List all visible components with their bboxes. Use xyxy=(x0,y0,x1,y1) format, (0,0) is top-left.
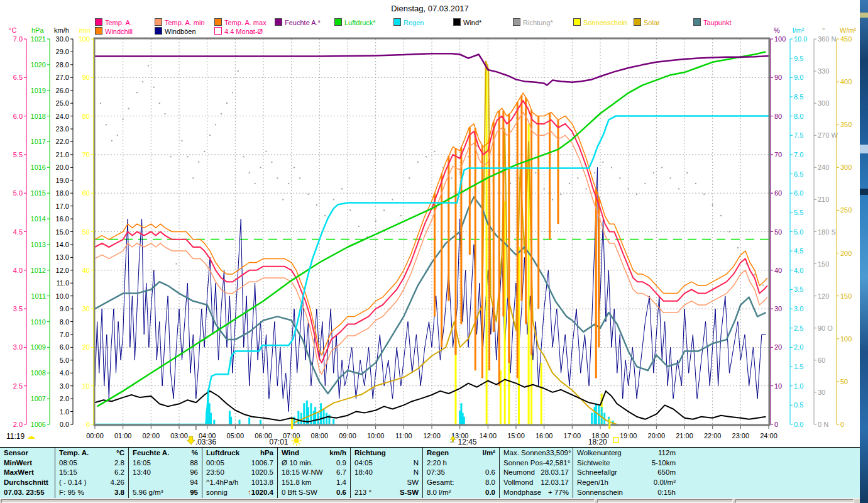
cell-value: 1013.8 xyxy=(251,478,273,486)
dot-richtung xyxy=(409,177,410,179)
cell-value: 88 xyxy=(190,459,198,467)
legend-item-solar[interactable]: Solar xyxy=(634,18,660,26)
extra-row: Wolkenunterg112m xyxy=(573,448,679,458)
cell-value: % xyxy=(192,449,198,456)
weather-chart: 2.02.53.03.54.04.55.05.56.06.57.0°C10061… xyxy=(0,0,860,448)
axis-tick-label: 1009 xyxy=(31,343,46,351)
axis-tick-label: 0.5 xyxy=(794,401,803,409)
data-row: 00:051006.7 xyxy=(202,458,277,468)
dot-richtung xyxy=(316,204,317,206)
dot-richtung xyxy=(159,102,160,104)
dot-richtung xyxy=(288,183,289,184)
dot-richtung xyxy=(294,167,295,168)
axis-tick-label: 2.5 xyxy=(794,324,803,332)
legend-item-temp-a-[interactable]: Temp. A. xyxy=(95,18,132,26)
legend-item-richtung-[interactable]: Richtung* xyxy=(513,18,553,26)
axis-tick-label: 6.5 xyxy=(13,74,23,81)
legend-item-luftdruck-[interactable]: Luftdruck* xyxy=(334,18,376,26)
axis-tick-label: 7.0 xyxy=(60,331,69,338)
legend-item-windchill[interactable]: Windchill xyxy=(95,27,133,35)
axis-tick-label: 4.0 xyxy=(13,267,23,274)
axis-tick-label: 50 xyxy=(840,378,848,385)
axis-header: km/h xyxy=(54,26,69,34)
cell-label: Temp. A. xyxy=(59,449,89,456)
cell-label: ^1.4hPa/h xyxy=(206,478,238,486)
legend-swatch xyxy=(634,18,641,26)
axis-tick-label: 2.5 xyxy=(13,382,23,390)
legend-label: Sonnenschein xyxy=(583,19,627,26)
row-header: 07.03. 23:55 xyxy=(0,487,55,497)
dot-richtung xyxy=(260,167,261,168)
legend-item-temp-a-max[interactable]: Temp. A. max xyxy=(214,18,266,26)
axis-tick-label: 21.0 xyxy=(56,151,69,158)
dot-richtung xyxy=(226,102,228,104)
cell-label: MaxWert xyxy=(4,468,34,476)
axis-tick-label: 70 xyxy=(82,151,90,158)
dot-richtung xyxy=(653,172,654,174)
dot-richtung xyxy=(198,162,199,163)
cell-label: 08:05 xyxy=(59,459,77,467)
legend-item-feuchte-a-[interactable]: Feuchte A.* xyxy=(275,18,321,26)
cell-value: 0:15h xyxy=(657,489,676,496)
status-bar xyxy=(0,498,860,503)
cell-value: -42,581° xyxy=(543,459,571,467)
data-row: Gesamt:8.0 xyxy=(423,477,499,487)
legend-item-wind-[interactable]: Wind* xyxy=(453,18,481,26)
axis-tick-label: 13.0 xyxy=(56,253,69,261)
axis-tick-label: 180 S xyxy=(818,228,836,236)
cell-label: 0 Bft S-SW xyxy=(282,489,317,496)
axis-tick-label: 17.0 xyxy=(56,202,69,210)
axis-tick-label: 7.0 xyxy=(794,151,803,158)
axis-tick-label: 8.0 xyxy=(60,318,69,326)
dot-richtung xyxy=(560,194,561,195)
cell-label: 15:15 xyxy=(59,468,77,476)
axis-tick-label: 1.0 xyxy=(60,408,69,416)
legend-item-windb-en[interactable]: Windböen xyxy=(155,27,196,35)
cell-label: Max. Sonnen xyxy=(503,449,546,456)
axis-tick-label: 19.0 xyxy=(56,177,69,184)
axis-tick-label: 3.0 xyxy=(13,343,23,351)
data-row: 16:0588 xyxy=(129,458,202,468)
data-row: F: 95 %3.8 xyxy=(55,487,128,497)
x-axis-label: 12:00 xyxy=(423,432,441,439)
extra-row: Schneefallgr650m xyxy=(573,468,679,478)
x-axis-label: 17:00 xyxy=(564,432,581,439)
dot-richtung xyxy=(383,209,385,211)
table-col-feuchte-a-: Feuchte A.%16:058813:4096945.96 g/m³95 xyxy=(128,448,202,498)
axis-tick-label: 60 xyxy=(774,189,782,197)
legend-item-taupunkt[interactable]: Taupunkt xyxy=(693,18,732,26)
dot-richtung xyxy=(535,172,536,174)
dot-richtung xyxy=(106,124,107,125)
cell-value: 94 xyxy=(190,478,198,486)
dot-richtung xyxy=(476,145,477,146)
data-row: 04:05N xyxy=(351,458,422,468)
dot-richtung xyxy=(148,65,149,67)
x-axis-label: 03:00 xyxy=(170,432,188,439)
axis-header: min xyxy=(79,26,91,34)
series-line-taupunkt xyxy=(95,197,766,394)
cell-value: N xyxy=(414,459,419,467)
axis-header: °C xyxy=(9,26,16,34)
legend-label: Taupunkt xyxy=(703,19,732,26)
legend-label: Solar xyxy=(644,19,660,26)
legend-item-regen[interactable]: Regen xyxy=(393,18,424,26)
legend-item-4-4-monat-[interactable]: 4.4 Monat-Ø xyxy=(214,27,263,35)
x-axis-label: 14:00 xyxy=(480,432,497,439)
moon-time-label: 11:19 xyxy=(6,432,25,441)
legend-item-temp-a-min[interactable]: Temp. A. min xyxy=(155,18,205,26)
axis-tick-label: 100 xyxy=(774,35,786,43)
axis-tick-label: 1011 xyxy=(31,292,46,300)
x-axis-label: 16:00 xyxy=(536,432,553,439)
cell-label: Neumond xyxy=(503,468,535,476)
axis-minax xyxy=(91,39,94,424)
cell-value: 5-10km xyxy=(652,459,676,467)
axis-tick-label: 1007 xyxy=(31,395,46,402)
axis-tick-label: 8.0 xyxy=(794,113,803,120)
status-segment xyxy=(735,499,854,503)
axis-tick-label: 5.0 xyxy=(794,228,803,236)
moon-blob-icon xyxy=(28,436,35,439)
dot-richtung xyxy=(661,167,662,168)
legend-item-sonnenschein[interactable]: Sonnenschein xyxy=(573,18,627,26)
axis-tick-label: 5.0 xyxy=(13,189,23,197)
cell-value: 0.6 xyxy=(336,489,346,496)
